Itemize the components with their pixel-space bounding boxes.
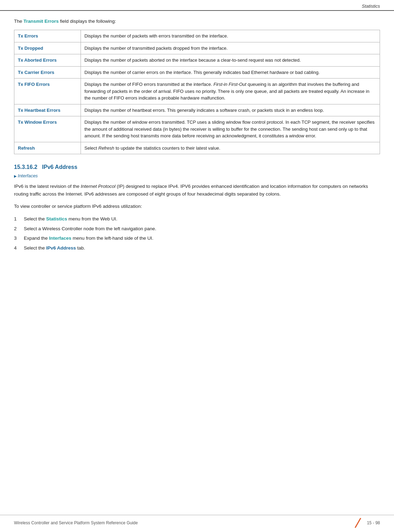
- transmit-errors-table: Tx ErrorsDisplays the number of packets …: [14, 30, 380, 154]
- table-cell-desc: Displays the number of FIFO errors trans…: [81, 79, 380, 104]
- footer-left-text: Wireless Controller and Service Platform…: [14, 520, 138, 525]
- table-cell-term: Tx Heartbeat Errors: [14, 104, 81, 116]
- breadcrumb-nav[interactable]: Interfaces: [14, 173, 380, 178]
- intro-bold-term: Transmit Errors: [23, 19, 59, 24]
- step-highlight: Interfaces: [49, 236, 71, 241]
- step-number: 1: [14, 215, 20, 223]
- table-cell-desc: Displays the number of transmitted packe…: [81, 42, 380, 54]
- table-row: Tx FIFO ErrorsDisplays the number of FIF…: [14, 79, 380, 104]
- table-row: Tx Window ErrorsDisplays the number of w…: [14, 116, 380, 142]
- step-highlight: Statistics: [46, 216, 67, 221]
- table-cell-desc: Displays the number of carrier errors on…: [81, 66, 380, 79]
- section-heading: 15.3.16.2 IPv6 Address: [14, 164, 380, 170]
- body-paragraph-1: IPv6 is the latest revision of the Inter…: [14, 183, 380, 198]
- table-cell-term: Tx FIFO Errors: [14, 79, 81, 104]
- section-title: IPv6 Address: [42, 164, 77, 170]
- step-content: Expand the Interfaces menu from the left…: [24, 234, 153, 242]
- body-paragraph-2: To view controller or service platform I…: [14, 203, 380, 210]
- table-cell-term: Tx Aborted Errors: [14, 54, 81, 67]
- main-content: The Transmit Errors field displays the f…: [0, 11, 394, 278]
- table-cell-desc: Displays the number of heartbeat errors.…: [81, 104, 380, 116]
- svg-line-0: [355, 518, 361, 528]
- table-row: Tx ErrorsDisplays the number of packets …: [14, 30, 380, 42]
- step-number: 4: [14, 244, 20, 252]
- page-header: Statistics: [0, 0, 394, 11]
- header-title: Statistics: [362, 4, 380, 9]
- breadcrumb-label: Interfaces: [18, 173, 38, 178]
- intro-paragraph: The Transmit Errors field displays the f…: [14, 18, 380, 25]
- footer-right: 15 - 98: [352, 518, 380, 528]
- step-content: Select the Statistics menu from the Web …: [24, 215, 117, 223]
- steps-list: 1Select the Statistics menu from the Web…: [14, 215, 380, 252]
- table-row: Tx Aborted ErrorsDisplays the number of …: [14, 54, 380, 67]
- table-row: Tx DroppedDisplays the number of transmi…: [14, 42, 380, 54]
- table-cell-desc: Select Refresh to update the statistics …: [81, 142, 380, 154]
- table-cell-desc: Displays the number of packets with erro…: [81, 30, 380, 42]
- table-cell-term: Tx Carrier Errors: [14, 66, 81, 79]
- section-number: 15.3.16.2: [14, 164, 37, 170]
- page-footer: Wireless Controller and Service Platform…: [0, 515, 394, 532]
- table-cell-term: Refresh: [14, 142, 81, 154]
- table-cell-term: Tx Window Errors: [14, 116, 81, 142]
- list-item: 4Select the IPv6 Address tab.: [14, 244, 380, 252]
- step-number: 2: [14, 225, 20, 233]
- table-row: Tx Carrier ErrorsDisplays the number of …: [14, 66, 380, 79]
- table-cell-desc: Displays the number of window errors tra…: [81, 116, 380, 142]
- step-highlight-blue: IPv6 Address: [46, 245, 76, 251]
- list-item: 3Expand the Interfaces menu from the lef…: [14, 234, 380, 242]
- footer-slash-icon: [352, 518, 364, 528]
- intro-suffix: field displays the following:: [59, 19, 116, 24]
- table-row: RefreshSelect Refresh to update the stat…: [14, 142, 380, 154]
- table-cell-term: Tx Errors: [14, 30, 81, 42]
- list-item: 2Select a Wireless Controller node from …: [14, 225, 380, 233]
- table-cell-term: Tx Dropped: [14, 42, 81, 54]
- intro-prefix: The: [14, 19, 23, 24]
- step-number: 3: [14, 234, 20, 242]
- step-content: Select the IPv6 Address tab.: [24, 244, 85, 252]
- table-row: Tx Heartbeat ErrorsDisplays the number o…: [14, 104, 380, 116]
- footer-page-number: 15 - 98: [367, 520, 380, 525]
- table-cell-desc: Displays the number of packets aborted o…: [81, 54, 380, 67]
- list-item: 1Select the Statistics menu from the Web…: [14, 215, 380, 223]
- step-content: Select a Wireless Controller node from t…: [24, 225, 156, 233]
